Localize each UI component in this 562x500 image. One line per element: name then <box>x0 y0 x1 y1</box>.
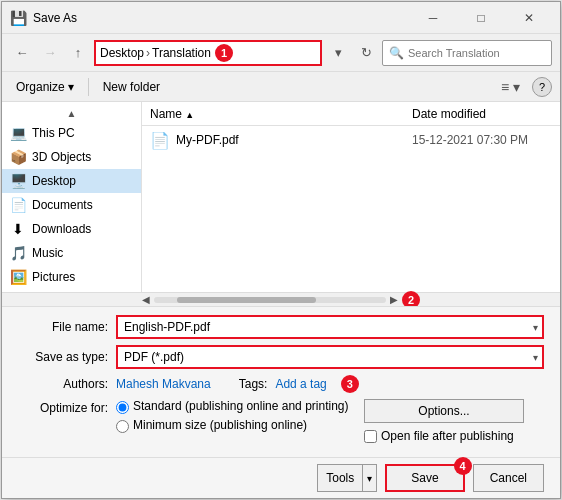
file-name-mypdf: My-PDF.pdf <box>176 133 406 147</box>
optimize-area: Optimize for: Standard (publishing onlin… <box>18 399 544 443</box>
open-after-checkbox[interactable] <box>364 430 377 443</box>
col-sort-icon: ▲ <box>185 110 194 120</box>
new-folder-label: New folder <box>103 80 160 94</box>
save-as-dialog: 💾 Save As ─ □ ✕ ← → ↑ Desktop › Translat… <box>1 1 561 499</box>
savetype-label: Save as type: <box>18 350 108 364</box>
sidebar-label-pictures: Pictures <box>32 270 75 284</box>
file-item-mypdf[interactable]: 📄 My-PDF.pdf 15-12-2021 07:30 PM <box>142 126 560 154</box>
window-title: Save As <box>33 11 410 25</box>
meta-row: Authors: Mahesh Makvana Tags: Add a tag … <box>18 375 544 393</box>
breadcrumb-sep: › <box>146 46 150 60</box>
scroll-left-btn[interactable]: ◀ <box>142 294 150 305</box>
file-list-header: Name ▲ Date modified <box>142 102 560 126</box>
downloads-icon: ⬇ <box>10 221 26 237</box>
help-button[interactable]: ? <box>532 77 552 97</box>
scroll-right-btn[interactable]: ▶ <box>390 294 398 305</box>
col-date-header[interactable]: Date modified <box>412 107 552 121</box>
title-bar: 💾 Save As ─ □ ✕ <box>2 2 560 34</box>
address-bar: ← → ↑ Desktop › Translation 1 ▾ ↻ 🔍 <box>2 34 560 72</box>
minimize-button[interactable]: ─ <box>410 2 456 34</box>
filename-wrapper: ▾ <box>116 315 544 339</box>
radio-standard-label: Standard (publishing online and printing… <box>133 399 348 413</box>
col-name-header[interactable]: Name ▲ <box>150 107 412 121</box>
tools-dropdown[interactable]: Tools ▾ <box>317 464 377 492</box>
sidebar-scroll-up[interactable]: ▲ <box>67 108 77 119</box>
sidebar-item-downloads[interactable]: ⬇ Downloads <box>2 217 141 241</box>
sidebar-item-desktop[interactable]: 🖥️ Desktop <box>2 169 141 193</box>
pictures-icon: 🖼️ <box>10 269 26 285</box>
toolbar: Organize ▾ New folder ≡ ▾ ? <box>2 72 560 102</box>
search-input[interactable] <box>408 47 545 59</box>
scroll-track[interactable] <box>154 297 386 303</box>
3dobjects-icon: 📦 <box>10 149 26 165</box>
search-icon: 🔍 <box>389 46 404 60</box>
sidebar-label-downloads: Downloads <box>32 222 91 236</box>
up-button[interactable]: ↑ <box>66 41 90 65</box>
save-label: Save <box>411 471 438 485</box>
forward-button[interactable]: → <box>38 41 62 65</box>
sidebar-item-documents[interactable]: 📄 Documents <box>2 193 141 217</box>
filename-input[interactable] <box>116 315 544 339</box>
new-folder-button[interactable]: New folder <box>97 78 166 96</box>
sidebar-item-3dobjects[interactable]: 📦 3D Objects <box>2 145 141 169</box>
file-list: Name ▲ Date modified 📄 My-PDF.pdf 15-12-… <box>142 102 560 292</box>
options-right: Options... Open file after publishing <box>364 399 544 443</box>
pdf-icon: 📄 <box>150 131 170 150</box>
sidebar-label-music: Music <box>32 246 63 260</box>
radio-standard-input[interactable] <box>116 401 129 414</box>
horizontal-scrollbar[interactable]: ◀ ▶ 2 <box>2 292 560 306</box>
cancel-button[interactable]: Cancel <box>473 464 544 492</box>
desktop-icon: 🖥️ <box>10 173 26 189</box>
view-icon: ≡ <box>501 79 509 95</box>
radio-minimum: Minimum size (publishing online) <box>116 418 364 433</box>
bottom-form: File name: ▾ Save as type: PDF (*.pdf) ▾… <box>2 306 560 457</box>
breadcrumb-translation[interactable]: Translation <box>152 46 211 60</box>
savetype-wrapper: PDF (*.pdf) ▾ <box>116 345 544 369</box>
badge-3: 3 <box>341 375 359 393</box>
authors-label: Authors: <box>18 377 108 391</box>
refresh-button[interactable]: ↻ <box>354 41 378 65</box>
sidebar-item-music[interactable]: 🎵 Music <box>2 241 141 265</box>
badge-4: 4 <box>454 457 472 475</box>
options-button[interactable]: Options... <box>364 399 524 423</box>
optimize-options: Standard (publishing online and printing… <box>116 399 364 437</box>
organize-dropdown-icon: ▾ <box>68 80 74 94</box>
documents-icon: 📄 <box>10 197 26 213</box>
sidebar-item-pictures[interactable]: 🖼️ Pictures <box>2 265 141 289</box>
view-button[interactable]: ≡ ▾ <box>497 77 524 97</box>
col-name-label: Name <box>150 107 182 121</box>
open-after-check: Open file after publishing <box>364 429 514 443</box>
maximize-button[interactable]: □ <box>458 2 504 34</box>
window-controls: ─ □ ✕ <box>410 2 552 34</box>
radio-minimum-label: Minimum size (publishing online) <box>133 418 307 432</box>
music-icon: 🎵 <box>10 245 26 261</box>
file-date-mypdf: 15-12-2021 07:30 PM <box>412 133 552 147</box>
sidebar-label-desktop: Desktop <box>32 174 76 188</box>
filename-label: File name: <box>18 320 108 334</box>
authors-value[interactable]: Mahesh Makvana <box>116 377 211 391</box>
address-dropdown-button[interactable]: ▾ <box>326 40 350 66</box>
savetype-select[interactable]: PDF (*.pdf) <box>116 345 544 369</box>
breadcrumb-desktop[interactable]: Desktop <box>100 46 144 60</box>
organize-button[interactable]: Organize ▾ <box>10 78 80 96</box>
sidebar-label-3dobjects: 3D Objects <box>32 150 91 164</box>
optimize-label: Optimize for: <box>18 399 108 415</box>
close-button[interactable]: ✕ <box>506 2 552 34</box>
organize-label: Organize <box>16 80 65 94</box>
back-button[interactable]: ← <box>10 41 34 65</box>
badge-1: 1 <box>215 44 233 62</box>
sidebar: ▲ 💻 This PC 📦 3D Objects 🖥️ Desktop 📄 Do… <box>2 102 142 292</box>
search-box[interactable]: 🔍 <box>382 40 552 66</box>
sidebar-label-thispc: This PC <box>32 126 75 140</box>
breadcrumb: Desktop › Translation <box>100 46 211 60</box>
toolbar-separator <box>88 78 89 96</box>
content-area: ▲ 💻 This PC 📦 3D Objects 🖥️ Desktop 📄 Do… <box>2 102 560 292</box>
sidebar-item-thispc[interactable]: 💻 This PC <box>2 121 141 145</box>
address-box[interactable]: Desktop › Translation 1 <box>94 40 322 66</box>
filename-row: File name: ▾ <box>18 315 544 339</box>
radio-minimum-input[interactable] <box>116 420 129 433</box>
save-button[interactable]: Save 4 <box>385 464 464 492</box>
tags-value[interactable]: Add a tag <box>275 377 326 391</box>
sidebar-label-documents: Documents <box>32 198 93 212</box>
tools-arrow-icon: ▾ <box>362 465 376 491</box>
